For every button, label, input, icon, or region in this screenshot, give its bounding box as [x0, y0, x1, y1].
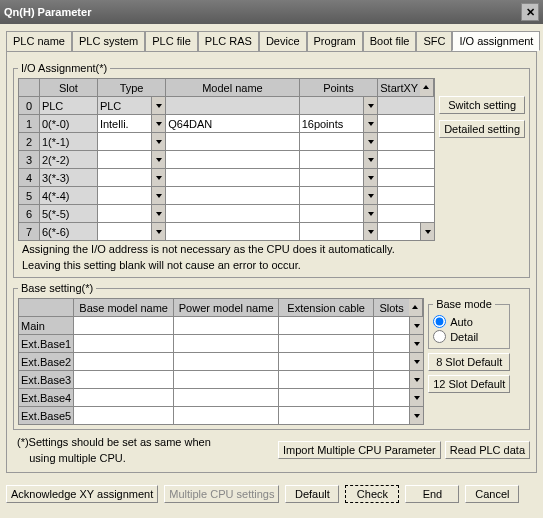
io-points[interactable]	[300, 133, 364, 150]
io-points[interactable]	[300, 223, 364, 240]
chevron-down-icon[interactable]	[409, 335, 423, 352]
base-model[interactable]	[74, 335, 173, 352]
multi-cpu-button[interactable]: Multiple CPU settings	[164, 485, 279, 503]
chevron-down-icon[interactable]	[151, 187, 165, 204]
ext-cable[interactable]	[279, 353, 373, 370]
chevron-down-icon[interactable]	[151, 223, 165, 240]
chevron-down-icon[interactable]	[151, 205, 165, 222]
io-model[interactable]	[166, 97, 298, 114]
ext-cable[interactable]	[279, 317, 373, 334]
12-slot-default-button[interactable]: 12 Slot Default	[428, 375, 510, 393]
io-startxy[interactable]	[378, 169, 434, 186]
io-model[interactable]	[166, 223, 298, 240]
io-startxy[interactable]	[378, 205, 434, 222]
io-model[interactable]	[166, 169, 298, 186]
tab-plc-ras[interactable]: PLC RAS	[198, 31, 259, 51]
io-type[interactable]	[98, 187, 151, 204]
base-slots[interactable]	[374, 389, 409, 406]
chevron-down-icon[interactable]	[409, 389, 423, 406]
io-model[interactable]	[166, 205, 298, 222]
tab-sfc[interactable]: SFC	[416, 31, 452, 51]
detailed-setting-button[interactable]: Detailed setting	[439, 120, 525, 138]
base-model[interactable]	[74, 407, 173, 424]
io-points[interactable]	[300, 169, 364, 186]
chevron-down-icon[interactable]	[151, 97, 165, 114]
power-model[interactable]	[174, 335, 278, 352]
chevron-down-icon[interactable]	[363, 133, 377, 150]
ext-cable[interactable]	[279, 371, 373, 388]
tab-plc-file[interactable]: PLC file	[145, 31, 198, 51]
chevron-down-icon[interactable]	[151, 115, 165, 132]
io-startxy[interactable]	[378, 97, 434, 114]
io-type[interactable]	[98, 133, 151, 150]
base-mode-detail[interactable]: Detail	[433, 329, 505, 344]
chevron-down-icon[interactable]	[151, 133, 165, 150]
io-model[interactable]	[166, 133, 298, 150]
io-model[interactable]: Q64DAN	[166, 115, 298, 132]
read-plc-data-button[interactable]: Read PLC data	[445, 441, 530, 459]
io-startxy[interactable]	[378, 187, 434, 204]
tab-boot-file[interactable]: Boot file	[363, 31, 417, 51]
chevron-down-icon[interactable]	[151, 151, 165, 168]
io-type[interactable]: PLC	[98, 97, 151, 114]
io-points[interactable]	[300, 97, 364, 114]
io-points[interactable]	[300, 151, 364, 168]
base-model[interactable]	[74, 371, 173, 388]
chevron-down-icon[interactable]	[363, 97, 377, 114]
switch-setting-button[interactable]: Switch setting	[439, 96, 525, 114]
power-model[interactable]	[174, 407, 278, 424]
power-model[interactable]	[174, 389, 278, 406]
base-model[interactable]	[74, 389, 173, 406]
io-type[interactable]: Intelli.	[98, 115, 151, 132]
ext-cable[interactable]	[279, 407, 373, 424]
close-icon[interactable]: ✕	[521, 3, 539, 21]
power-model[interactable]	[174, 317, 278, 334]
scroll-down-icon[interactable]	[420, 223, 434, 240]
tab-program[interactable]: Program	[307, 31, 363, 51]
base-slots[interactable]	[374, 317, 409, 334]
io-type[interactable]	[98, 169, 151, 186]
base-model[interactable]	[74, 353, 173, 370]
scroll-down-icon[interactable]	[409, 407, 423, 424]
tab-io-assignment[interactable]: I/O assignment	[452, 31, 540, 51]
chevron-down-icon[interactable]	[363, 205, 377, 222]
tab-device[interactable]: Device	[259, 31, 307, 51]
tab-plc-system[interactable]: PLC system	[72, 31, 145, 51]
io-startxy[interactable]	[378, 151, 434, 168]
chevron-down-icon[interactable]	[363, 187, 377, 204]
import-cpu-param-button[interactable]: Import Multiple CPU Parameter	[278, 441, 441, 459]
ext-cable[interactable]	[279, 389, 373, 406]
chevron-down-icon[interactable]	[409, 353, 423, 370]
ext-cable[interactable]	[279, 335, 373, 352]
scroll-up-icon[interactable]	[420, 79, 434, 96]
chevron-down-icon[interactable]	[363, 169, 377, 186]
scroll-up-icon[interactable]	[409, 299, 423, 316]
io-startxy[interactable]	[378, 133, 434, 150]
base-mode-auto[interactable]: Auto	[433, 314, 505, 329]
chevron-down-icon[interactable]	[363, 115, 377, 132]
chevron-down-icon[interactable]	[151, 169, 165, 186]
default-button[interactable]: Default	[285, 485, 339, 503]
io-model[interactable]	[166, 187, 298, 204]
tab-plc-name[interactable]: PLC name	[6, 31, 72, 51]
io-points[interactable]	[300, 187, 364, 204]
base-slots[interactable]	[374, 371, 409, 388]
io-type[interactable]	[98, 205, 151, 222]
base-slots[interactable]	[374, 353, 409, 370]
power-model[interactable]	[174, 353, 278, 370]
end-button[interactable]: End	[405, 485, 459, 503]
power-model[interactable]	[174, 371, 278, 388]
io-type[interactable]	[98, 223, 151, 240]
base-slots[interactable]	[374, 407, 409, 424]
cancel-button[interactable]: Cancel	[465, 485, 519, 503]
io-startxy[interactable]	[378, 223, 420, 240]
io-type[interactable]	[98, 151, 151, 168]
chevron-down-icon[interactable]	[409, 371, 423, 388]
base-slots[interactable]	[374, 335, 409, 352]
chevron-down-icon[interactable]	[363, 223, 377, 240]
io-points[interactable]: 16points	[300, 115, 364, 132]
base-model[interactable]	[74, 317, 173, 334]
chevron-down-icon[interactable]	[363, 151, 377, 168]
io-points[interactable]	[300, 205, 364, 222]
io-model[interactable]	[166, 151, 298, 168]
